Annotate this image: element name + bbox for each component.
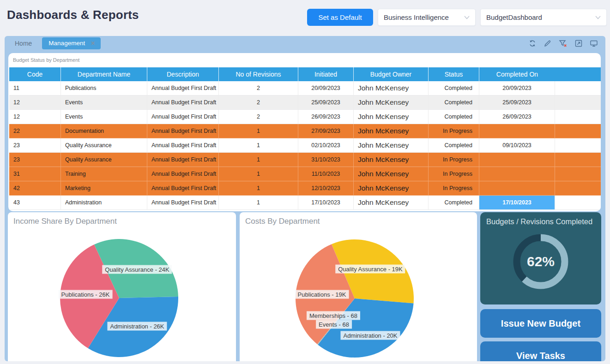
clear-filter-icon[interactable] [559,39,568,48]
table-row[interactable]: 12EventsAnnual Budget First Draft226/09/… [9,110,601,124]
column-header-revisions[interactable]: No of Revisions [219,67,298,81]
cell-owner[interactable]: John McKensey [354,110,429,124]
cell-initiated[interactable]: 27/09/2023 [298,124,354,138]
cell-owner[interactable]: John McKensey [354,95,429,109]
column-header-department[interactable]: Department Name [61,67,147,81]
table-row[interactable]: 12EventsAnnual Budget First Draft225/09/… [9,95,601,110]
cell-code[interactable]: 23 [9,153,61,167]
cell-revisions[interactable]: 2 [219,95,298,109]
cell-description[interactable]: Annual Budget First Draft [147,81,219,95]
table-row[interactable]: 31TrainingAnnual Budget First Draft111/1… [9,167,601,181]
cell-initiated[interactable]: 17/10/2023 [298,196,354,209]
cell-department[interactable]: Publications [61,81,147,95]
cell-description[interactable]: Annual Budget First Draft [147,95,219,109]
cell-description[interactable]: Annual Budget First Draft [147,110,219,124]
cell-status[interactable]: Completed [429,81,479,95]
tab-home[interactable]: Home [15,40,32,47]
cell-department[interactable]: Events [61,110,147,124]
cell-revisions[interactable]: 1 [219,167,298,181]
dashboard-dropdown[interactable]: BudgetDashboard [480,9,607,26]
cell-department[interactable]: Marketing [61,181,147,195]
table-row[interactable]: 11PublicationsAnnual Budget First Draft2… [9,81,601,95]
cell-department[interactable]: Quality Assurance [61,153,147,167]
table-row[interactable]: 23Quality AssuranceAnnual Budget First D… [9,153,601,167]
cell-owner[interactable]: John McKensey [354,153,429,167]
cell-department[interactable]: Events [61,95,147,109]
tab-management[interactable]: Management ✕ [42,37,101,49]
cell-completed[interactable] [479,181,555,195]
cell-completed[interactable]: 26/09/2023 [479,110,555,124]
cell-completed[interactable] [479,167,555,181]
cell-completed[interactable]: 09/10/2023 [479,138,555,152]
cell-code[interactable]: 43 [9,196,61,209]
cell-owner[interactable]: John McKensey [354,181,429,195]
table-row[interactable]: 22DocumentationAnnual Budget First Draft… [9,124,601,138]
cell-revisions[interactable]: 1 [219,153,298,167]
cell-department[interactable]: Quality Assurance [61,138,147,152]
cell-owner[interactable]: John McKensey [354,167,429,181]
cell-status[interactable]: Completed [429,196,479,209]
present-icon[interactable] [590,39,598,48]
cell-description[interactable]: Annual Budget First Draft [147,138,219,152]
cell-department[interactable]: Administration [61,196,147,209]
table-row[interactable]: 42MarketingAnnual Budget First Draft112/… [9,181,601,196]
cell-revisions[interactable]: 1 [219,181,298,195]
maximize-icon[interactable] [574,39,583,48]
cell-status[interactable]: In Progress [429,124,479,138]
cell-initiated[interactable]: 20/09/2023 [298,81,354,95]
cell-description[interactable]: Annual Budget First Draft [147,196,219,209]
cell-revisions[interactable]: 1 [219,138,298,152]
cell-code[interactable]: 12 [9,95,61,109]
cell-owner[interactable]: John McKensey [354,138,429,152]
cell-code[interactable]: 42 [9,181,61,195]
cell-revisions[interactable]: 1 [219,196,298,209]
cell-completed[interactable] [479,124,555,138]
cell-initiated[interactable]: 31/10/2023 [298,153,354,167]
cell-description[interactable]: Annual Budget First Draft [147,167,219,181]
cell-code[interactable]: 11 [9,81,61,95]
cell-status[interactable]: In Progress [429,153,479,167]
tab-close-icon[interactable]: ✕ [91,41,95,46]
column-header-code[interactable]: Code [9,67,61,81]
cell-owner[interactable]: John McKensey [354,124,429,138]
issue-new-budget-button[interactable]: Issue New Budget [480,309,601,338]
cell-code[interactable]: 12 [9,110,61,124]
cell-owner[interactable]: John McKensey [354,196,429,209]
column-header-status[interactable]: Status [429,67,479,81]
category-dropdown[interactable]: Business Intelligence [378,9,476,26]
cell-department[interactable]: Documentation [61,124,147,138]
cell-initiated[interactable]: 26/09/2023 [298,110,354,124]
cell-description[interactable]: Annual Budget First Draft [147,181,219,195]
cell-initiated[interactable]: 02/10/2023 [298,138,354,152]
cell-status[interactable]: Completed [429,110,479,124]
cell-initiated[interactable]: 12/10/2023 [298,181,354,195]
cell-department[interactable]: Training [61,167,147,181]
cell-owner[interactable]: John McKensey [354,81,429,95]
cell-code[interactable]: 23 [9,138,61,152]
edit-icon[interactable] [544,39,552,48]
table-row[interactable]: 43AdministrationAnnual Budget First Draf… [9,196,601,210]
cell-description[interactable]: Annual Budget First Draft [147,153,219,167]
cell-status[interactable]: Completed [429,138,479,152]
cell-status[interactable]: Completed [429,95,479,109]
table-row[interactable]: 23Quality AssuranceAnnual Budget First D… [9,138,601,153]
cell-description[interactable]: Annual Budget First Draft [147,124,219,138]
cell-initiated[interactable]: 11/10/2023 [298,167,354,181]
view-tasks-button[interactable]: View Tasks [480,341,601,361]
column-header-description[interactable]: Description [147,67,219,81]
column-header-initiated[interactable]: Initiated [298,67,354,81]
cell-initiated[interactable]: 25/09/2023 [298,95,354,109]
cell-status[interactable]: In Progress [429,167,479,181]
cell-completed[interactable]: 17/10/2023 [479,196,555,209]
column-header-completed[interactable]: Completed On [479,67,555,81]
column-header-owner[interactable]: Budget Owner [354,67,429,81]
cell-code[interactable]: 31 [9,167,61,181]
cell-status[interactable]: In Progress [429,181,479,195]
cell-completed[interactable] [479,153,555,167]
cell-code[interactable]: 22 [9,124,61,138]
cell-revisions[interactable]: 2 [219,110,298,124]
cell-completed[interactable]: 25/09/2023 [479,95,555,109]
refresh-icon[interactable] [528,39,537,48]
set-as-default-button[interactable]: Set as Default [307,9,373,26]
cell-revisions[interactable]: 2 [219,81,298,95]
